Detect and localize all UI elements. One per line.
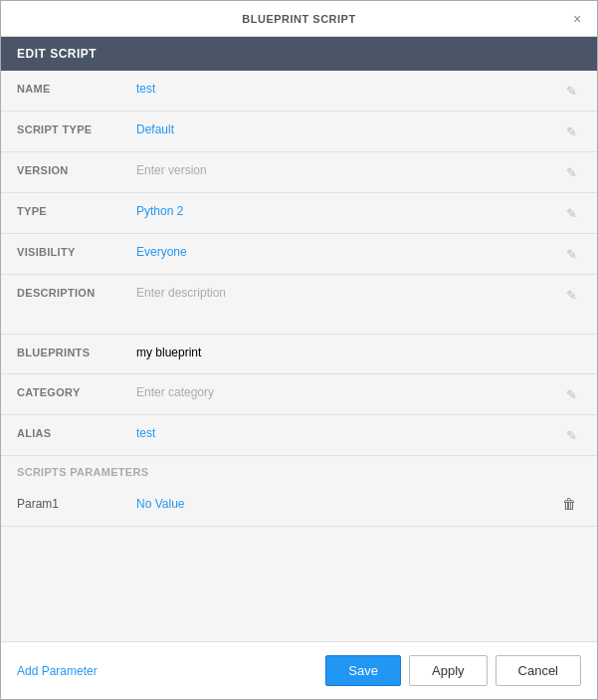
visibility-field-row: VISIBILITY Everyone bbox=[1, 234, 597, 275]
script-type-edit-icon[interactable] bbox=[561, 121, 581, 141]
visibility-edit-icon[interactable] bbox=[561, 244, 581, 264]
close-icon: × bbox=[573, 11, 581, 27]
blueprints-value: my blueprint bbox=[136, 345, 581, 359]
footer: Add Parameter Save Apply Cancel bbox=[1, 641, 597, 699]
section-header-label: EDIT SCRIPT bbox=[17, 47, 97, 61]
cancel-button[interactable]: Cancel bbox=[496, 655, 581, 686]
type-field-row: TYPE Python 2 bbox=[1, 193, 597, 234]
param-value: No Value bbox=[136, 497, 557, 511]
type-edit-icon[interactable] bbox=[561, 203, 581, 223]
param-delete-icon[interactable] bbox=[557, 492, 581, 516]
script-type-value: Default bbox=[136, 121, 561, 136]
description-value: Enter description bbox=[136, 285, 561, 300]
category-label: CATEGORY bbox=[17, 384, 136, 398]
scripts-parameters-text: SCRIPTS PARAMETERS bbox=[17, 466, 148, 478]
version-value: Enter version bbox=[136, 162, 561, 177]
alias-value: test bbox=[136, 425, 561, 440]
blueprints-field-row: BLUEPRINTS my blueprint bbox=[1, 335, 597, 374]
alias-field-row: ALIAS test bbox=[1, 415, 597, 456]
visibility-value: Everyone bbox=[136, 244, 561, 259]
description-label: DESCRIPTION bbox=[17, 285, 136, 299]
description-edit-icon[interactable] bbox=[561, 285, 581, 305]
close-button[interactable]: × bbox=[569, 11, 585, 27]
type-label: TYPE bbox=[17, 203, 136, 217]
alias-label: ALIAS bbox=[17, 425, 136, 439]
version-label: VERSION bbox=[17, 162, 136, 176]
scripts-parameters-label: SCRIPTS PARAMETERS bbox=[1, 456, 597, 482]
content-area[interactable]: NAME test SCRIPT TYPE Default VERSION En… bbox=[1, 71, 597, 641]
blueprints-label: BLUEPRINTS bbox=[17, 345, 136, 358]
name-field-row: NAME test bbox=[1, 71, 597, 112]
type-value: Python 2 bbox=[136, 203, 561, 218]
version-edit-icon[interactable] bbox=[561, 162, 581, 182]
param-label: Param1 bbox=[17, 497, 136, 511]
category-value: Enter category bbox=[136, 384, 561, 399]
visibility-label: VISIBILITY bbox=[17, 244, 136, 258]
title-bar: BLUEPRINT SCRIPT × bbox=[1, 1, 597, 37]
apply-button[interactable]: Apply bbox=[409, 655, 488, 686]
category-field-row: CATEGORY Enter category bbox=[1, 374, 597, 415]
category-edit-icon[interactable] bbox=[561, 384, 581, 404]
dialog: BLUEPRINT SCRIPT × EDIT SCRIPT NAME test… bbox=[0, 0, 598, 700]
alias-edit-icon[interactable] bbox=[561, 425, 581, 445]
description-field-row: DESCRIPTION Enter description bbox=[1, 275, 597, 335]
name-edit-icon[interactable] bbox=[561, 81, 581, 101]
section-header: EDIT SCRIPT bbox=[1, 37, 597, 71]
script-type-label: SCRIPT TYPE bbox=[17, 121, 136, 135]
add-parameter-link[interactable]: Add Parameter bbox=[17, 664, 317, 678]
dialog-title: BLUEPRINT SCRIPT bbox=[242, 13, 355, 25]
script-type-field-row: SCRIPT TYPE Default bbox=[1, 112, 597, 152]
param-row: Param1 No Value bbox=[1, 482, 597, 527]
save-button[interactable]: Save bbox=[325, 655, 401, 686]
name-label: NAME bbox=[17, 81, 136, 95]
name-value: test bbox=[136, 81, 561, 96]
version-field-row: VERSION Enter version bbox=[1, 152, 597, 193]
